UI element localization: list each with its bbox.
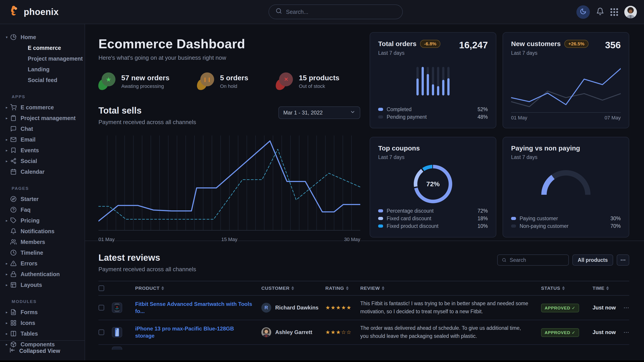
column-header-status[interactable]: STATUS bbox=[541, 286, 592, 291]
column-header-review[interactable]: REVIEW bbox=[360, 286, 541, 291]
sidebar-item-starter[interactable]: Starter bbox=[0, 194, 84, 204]
sidebar-item-forms[interactable]: ▸Forms bbox=[0, 307, 84, 318]
sort-icon bbox=[606, 286, 609, 290]
collapse-icon bbox=[9, 347, 15, 355]
product-link[interactable]: iPhone 13 pro max-Pacific Blue-128GB sto… bbox=[135, 325, 261, 340]
order-bar-fill bbox=[432, 84, 434, 95]
reviews-table-header: PRODUCTCUSTOMERRATINGREVIEWSTATUSTIME bbox=[98, 281, 629, 296]
stat-label: Awating processing bbox=[121, 83, 170, 89]
sidebar-item-chat[interactable]: Chat bbox=[0, 123, 84, 134]
sidebar-item-timeline[interactable]: Timeline bbox=[0, 247, 84, 258]
stat-label: Out of stock bbox=[299, 83, 339, 89]
product-thumbnail[interactable] bbox=[112, 327, 122, 338]
x-axis-label: 07 May bbox=[604, 115, 621, 121]
reviews-search-input[interactable] bbox=[510, 257, 564, 263]
new-customers-title: New customers bbox=[511, 40, 561, 48]
sidebar-item-label: Forms bbox=[20, 309, 38, 316]
paying-title: Paying vs non paying bbox=[511, 144, 621, 152]
legend-label: Completed bbox=[387, 106, 412, 112]
caret-right-icon: ▸ bbox=[6, 159, 10, 163]
sidebar-item-members[interactable]: Members bbox=[0, 237, 84, 247]
sidebar-item-social[interactable]: ▸Social bbox=[0, 156, 84, 166]
table-row-partial bbox=[98, 345, 629, 350]
new-customers-x-labels: 01 May07 May bbox=[511, 115, 621, 121]
sidebar-footer: Collapsed View bbox=[0, 340, 84, 355]
table-row: iPhone 13 pro max-Pacific Blue-128GB sto… bbox=[98, 320, 629, 345]
column-header-time[interactable]: TIME bbox=[592, 286, 621, 291]
reviews-more-button[interactable]: ⋯ bbox=[617, 255, 629, 266]
sidebar-item-project-management[interactable]: ▸Project management bbox=[0, 113, 84, 123]
sidebar-item-email[interactable]: ▸Email bbox=[0, 134, 84, 145]
sidebar-item-faq[interactable]: Faq bbox=[0, 204, 84, 215]
navbar-search[interactable] bbox=[268, 4, 403, 19]
sidebar-item-events[interactable]: ▸Events bbox=[0, 145, 84, 156]
brand[interactable]: phoenix bbox=[9, 5, 59, 18]
top-coupons-legend: Percentage discount72%Fixed card discoun… bbox=[378, 207, 488, 230]
sidebar-subitem-project-management[interactable]: Project management bbox=[0, 53, 84, 64]
row-checkbox[interactable] bbox=[98, 329, 104, 335]
sidebar-item-pricing[interactable]: ▸Pricing bbox=[0, 215, 84, 226]
sidebar-subitem-landing[interactable]: Landing bbox=[0, 64, 84, 75]
card-paying-vs-nonpaying: Paying vs non paying Last 7 days Paying … bbox=[502, 137, 629, 237]
rating-stars: ★★★☆☆ bbox=[325, 329, 360, 335]
column-header-rating[interactable]: RATING bbox=[325, 286, 360, 291]
users-icon bbox=[10, 239, 17, 245]
row-menu-button[interactable]: ⋯ bbox=[621, 304, 629, 311]
date-range-select[interactable]: Mar 1 - 31, 2022 bbox=[278, 106, 360, 119]
notifications-button[interactable] bbox=[596, 7, 604, 17]
sidebar-subitem-e-commerce[interactable]: E commerce bbox=[0, 42, 84, 53]
status-cell: APPROVED ✓ bbox=[541, 328, 592, 337]
column-header-product[interactable]: PRODUCT bbox=[135, 286, 261, 291]
sidebar-item-home[interactable]: ▾Home bbox=[0, 32, 84, 42]
legend-value: 30% bbox=[610, 216, 621, 222]
all-products-button[interactable]: All products bbox=[572, 255, 613, 266]
product-thumbnail[interactable] bbox=[112, 303, 122, 313]
sidebar-item-e-commerce[interactable]: ▸E commerce bbox=[0, 102, 84, 113]
reviews-search[interactable] bbox=[497, 255, 569, 266]
latest-reviews-title: Latest reviews bbox=[98, 253, 196, 263]
apps-grid-button[interactable] bbox=[610, 8, 618, 16]
review-time: Just now bbox=[592, 305, 621, 311]
mail-icon bbox=[10, 136, 17, 143]
row-menu-button[interactable]: ⋯ bbox=[621, 329, 629, 336]
navbar-search-input[interactable] bbox=[286, 9, 396, 15]
row-checkbox[interactable] bbox=[98, 305, 104, 311]
sidebar-item-tables[interactable]: ▸Tables bbox=[0, 328, 84, 339]
order-bar-track bbox=[416, 67, 419, 95]
new-customers-chart bbox=[511, 62, 621, 111]
legend-row: Pending payment48% bbox=[378, 113, 488, 121]
grid-9-icon bbox=[610, 8, 618, 16]
sidebar-item-icons[interactable]: ▸Icons bbox=[0, 318, 84, 328]
review-text: The order was delivered ahead of schedul… bbox=[360, 324, 541, 340]
chevron-down-icon bbox=[350, 109, 355, 116]
dashboard-cards: Total orders -6.8% Last 7 days 16,247 Co… bbox=[370, 32, 629, 241]
total-orders-badge: -6.8% bbox=[420, 40, 440, 48]
sidebar-section-label: MODULES bbox=[0, 290, 84, 307]
order-bar-fill bbox=[437, 86, 439, 95]
theme-toggle-button[interactable] bbox=[576, 5, 590, 19]
select-all-checkbox[interactable] bbox=[98, 285, 104, 291]
user-avatar[interactable] bbox=[624, 6, 637, 18]
sidebar-item-layouts[interactable]: ▸Layouts bbox=[0, 280, 84, 290]
sidebar-subitem-social-feed[interactable]: Social feed bbox=[0, 75, 84, 85]
sort-icon bbox=[562, 286, 565, 290]
legend-chip bbox=[378, 217, 383, 220]
sidebar-item-calendar[interactable]: Calendar bbox=[0, 166, 84, 177]
status-badge: APPROVED ✓ bbox=[541, 304, 579, 312]
sidebar-item-authentication[interactable]: ▸Authentication bbox=[0, 269, 84, 280]
customer-cell: RRichard Dawkins bbox=[261, 303, 325, 313]
sidebar-item-notifications[interactable]: Notifications bbox=[0, 226, 84, 237]
total-sells-chart-x-labels: 01 May15 May30 May bbox=[98, 237, 360, 242]
new-customers-value: 356 bbox=[605, 40, 621, 50]
collapsed-view-toggle[interactable]: Collapsed View bbox=[0, 341, 84, 355]
total-orders-bar-chart bbox=[378, 67, 488, 95]
pause-icon: ❙❙ bbox=[200, 72, 214, 86]
column-header-customer[interactable]: CUSTOMER bbox=[261, 286, 325, 291]
latest-reviews-subtitle: Payment received across all channels bbox=[98, 266, 196, 273]
sort-icon bbox=[346, 286, 349, 290]
rating-stars: ★★★★★ bbox=[325, 305, 360, 311]
product-link[interactable]: Fitbit Sense Advanced Smartwatch with To… bbox=[135, 301, 261, 315]
sidebar-item-errors[interactable]: ▸Errors bbox=[0, 258, 84, 269]
stat-value: 15 products bbox=[299, 74, 339, 82]
legend-chip bbox=[378, 115, 383, 118]
